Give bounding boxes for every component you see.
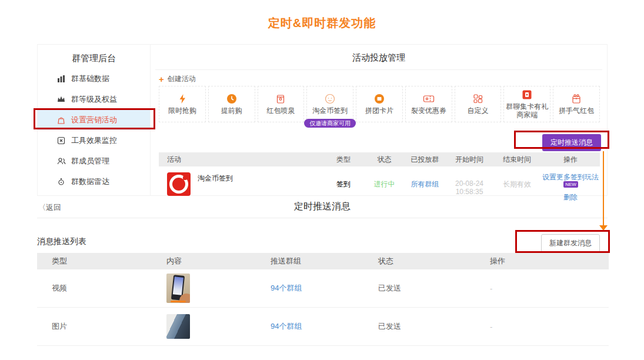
push-groups-link[interactable]: 94个群组 xyxy=(271,322,302,331)
tile-lucky-red-packet[interactable]: 拼手气红包 xyxy=(553,86,600,122)
custom-grid-icon xyxy=(473,94,483,104)
tile-group-buy-card[interactable]: 拼团卡片 xyxy=(356,86,403,122)
push-groups-link[interactable]: 94个群组 xyxy=(271,284,302,292)
building-photo-thumbnail[interactable] xyxy=(166,314,190,339)
main-panel: 群管理后台 群基础数据 群等级及权益 设置营销活动 xyxy=(37,44,608,196)
card-collect-icon xyxy=(522,89,532,100)
sidebar-item-label: 群等级及权益 xyxy=(71,94,117,105)
sidebar-item-group-data[interactable]: 群基础数据 xyxy=(38,68,150,89)
lucky-packet-icon xyxy=(571,94,582,104)
tile-red-packet-fountain[interactable]: 红包喷泉 xyxy=(258,86,305,122)
monitor-icon xyxy=(56,136,66,145)
start-time: 20-08-24 10:58:35 xyxy=(446,179,493,196)
clock-icon xyxy=(226,94,237,104)
sidebar: 群管理后台 群基础数据 群等级及权益 设置营销活动 xyxy=(38,45,151,195)
tile-label: 限时抢购 xyxy=(168,107,196,115)
timed-push-message-button[interactable]: 定时推送消息 xyxy=(542,134,601,151)
radar-icon xyxy=(56,177,66,186)
table-row: 图片 94个群组 已发送 - xyxy=(37,308,609,346)
sidebar-item-member-manage[interactable]: 群成员管理 xyxy=(38,151,150,171)
tile-card-collect-merchant[interactable]: 群聊集卡有礼商家端 xyxy=(503,86,550,122)
col-header-activity: 活动 xyxy=(159,155,322,165)
sidebar-item-label: 工具效果监控 xyxy=(71,135,117,146)
coupon-icon xyxy=(423,94,435,104)
tile-advance-buy[interactable]: 提前购 xyxy=(208,86,255,122)
phone-video-thumbnail[interactable] xyxy=(166,274,190,303)
col-header-type: 类型 xyxy=(37,256,166,266)
tile-label: 拼手气红包 xyxy=(559,107,594,115)
group-buy-icon xyxy=(374,94,385,104)
gold-coin-app-icon xyxy=(167,172,191,196)
tile-label: 裂变优惠券 xyxy=(411,107,446,115)
invite-only-badge: 仅邀请商家可用 xyxy=(304,119,356,128)
shopping-bag-icon xyxy=(56,115,66,125)
col-header-actions: 操作 xyxy=(541,155,600,165)
tile-label: 淘金币签到 xyxy=(312,107,348,115)
tile-label: 提前购 xyxy=(221,107,242,115)
activity-type: 签到 xyxy=(322,179,365,189)
col-header-push-groups: 推送群组 xyxy=(271,256,378,266)
page: 定时&即时群发功能 群管理后台 群基础数据 群等级及权益 设置营销活动 xyxy=(0,0,644,360)
col-header-actions: 操作 xyxy=(490,256,609,266)
annotation-arrow-head-icon xyxy=(599,225,608,231)
push-table-header: 类型 内容 推送群组 状态 操作 xyxy=(37,253,609,269)
col-header-content: 内容 xyxy=(166,256,271,266)
message-type: 图片 xyxy=(37,321,166,332)
sidebar-title: 群管理后台 xyxy=(38,45,150,68)
divider xyxy=(155,69,602,70)
plus-icon: + xyxy=(159,76,164,83)
tile-label: 自定义 xyxy=(468,107,489,115)
flash-icon xyxy=(178,94,187,104)
tile-gold-coin-signin[interactable]: 淘金币签到 仅邀请商家可用 xyxy=(306,86,353,122)
push-message-table: 类型 内容 推送群组 状态 操作 视频 94个群组 已发送 - 图片 94个群组… xyxy=(37,253,609,346)
crown-icon xyxy=(56,95,66,104)
create-activity-label: 创建活动 xyxy=(168,74,196,84)
tile-label: 拼团卡片 xyxy=(365,107,393,115)
table-row: 视频 94个群组 已发送 - xyxy=(37,269,609,308)
new-badge: NEW xyxy=(563,181,578,188)
tile-flash-sale[interactable]: 限时抢购 xyxy=(159,86,206,122)
message-action: - xyxy=(490,322,609,331)
page-title: 定时&即时群发功能 xyxy=(0,0,644,31)
bar-chart-icon xyxy=(56,74,66,84)
activity-panel-title: 活动投放管理 xyxy=(151,45,607,63)
col-header-status: 状态 xyxy=(365,155,404,165)
tile-fission-coupon[interactable]: 裂变优惠券 xyxy=(405,86,452,122)
end-time: 长期有效 xyxy=(493,179,541,189)
sidebar-item-label: 群基础数据 xyxy=(71,74,109,84)
sidebar-item-group-level[interactable]: 群等级及权益 xyxy=(38,89,150,109)
activity-status: 进行中 xyxy=(365,179,404,189)
activity-name: 淘金币签到 xyxy=(198,174,233,184)
message-action: - xyxy=(490,284,609,293)
sidebar-item-label: 群数据雷达 xyxy=(71,176,109,187)
tile-custom[interactable]: 自定义 xyxy=(455,86,502,122)
deployed-groups-link[interactable]: 所有群组 xyxy=(404,179,446,189)
more-signin-play-link[interactable]: 设置更多签到玩法 xyxy=(542,173,599,181)
activity-content: 活动投放管理 + 创建活动 限时抢购 提前购 xyxy=(151,45,607,195)
message-type: 视频 xyxy=(37,283,166,294)
push-section-title: 定时推送消息 xyxy=(37,201,608,213)
sidebar-item-tool-monitor[interactable]: 工具效果监控 xyxy=(38,130,150,151)
tile-label: 红包喷泉 xyxy=(266,107,295,115)
col-header-status: 状态 xyxy=(378,256,490,266)
gold-coin-icon xyxy=(325,94,335,104)
push-section-header: 〈返回 定时推送消息 xyxy=(37,196,608,218)
create-activity-button[interactable]: + 创建活动 xyxy=(159,74,607,84)
tile-label: 群聊集卡有礼商家端 xyxy=(505,103,549,119)
members-icon xyxy=(56,156,66,166)
activity-type-tiles: 限时抢购 提前购 红包喷泉 xyxy=(159,86,600,122)
activity-table-header: 活动 类型 状态 已投放群 开始时间 结束时间 操作 xyxy=(159,152,600,166)
col-header-start-time: 开始时间 xyxy=(446,155,493,165)
col-header-type: 类型 xyxy=(322,155,365,165)
sidebar-item-data-radar[interactable]: 群数据雷达 xyxy=(38,171,150,192)
sidebar-item-marketing-activity[interactable]: 设置营销活动 xyxy=(38,109,150,130)
sidebar-item-label: 设置营销活动 xyxy=(71,115,117,125)
col-header-end-time: 结束时间 xyxy=(493,155,541,165)
message-status: 已发送 xyxy=(378,321,490,332)
message-status: 已发送 xyxy=(378,283,490,294)
message-list-title: 消息推送列表 xyxy=(37,236,86,247)
sidebar-item-label: 群成员管理 xyxy=(71,156,109,166)
red-packet-fountain-icon xyxy=(276,94,285,104)
col-header-groups: 已投放群 xyxy=(404,155,446,165)
new-broadcast-message-button[interactable]: 新建群发消息 xyxy=(541,234,600,252)
